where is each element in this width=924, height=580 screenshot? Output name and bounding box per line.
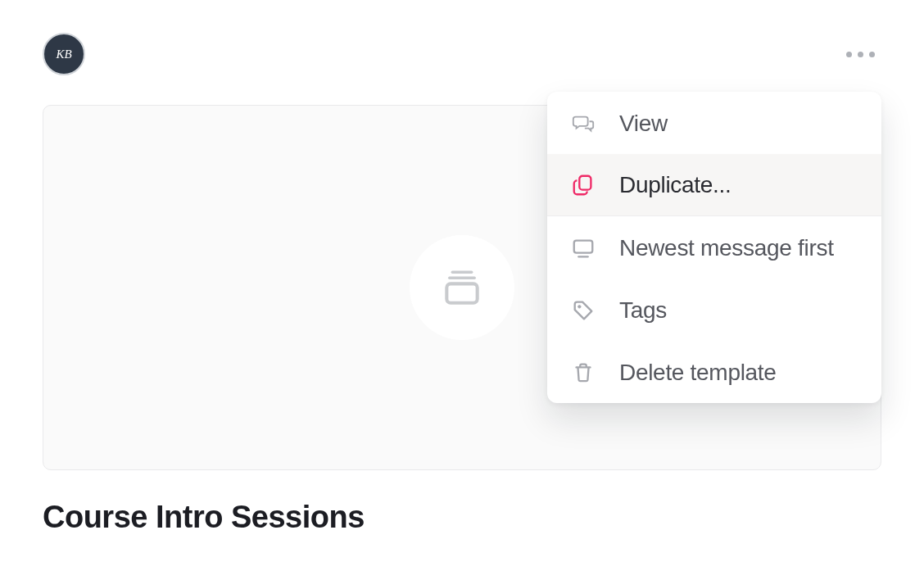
template-title: Course Intro Sessions: [43, 500, 365, 535]
svg-rect-3: [446, 283, 477, 302]
monitor-icon: [570, 235, 596, 261]
menu-item-label: Duplicate...: [619, 172, 731, 198]
menu-item-duplicate[interactable]: Duplicate...: [547, 154, 881, 216]
menu-item-label: Tags: [619, 297, 667, 324]
dot-icon: [858, 52, 863, 57]
copy-icon: [570, 172, 596, 198]
options-dropdown: View Duplicate... Newest message first T…: [547, 92, 881, 403]
menu-item-newest-first[interactable]: Newest message first: [547, 216, 881, 279]
stack-icon: [439, 265, 485, 310]
svg-point-7: [578, 305, 581, 307]
menu-item-label: View: [619, 111, 668, 137]
chat-icon: [570, 111, 596, 137]
menu-item-label: Delete template: [619, 360, 777, 386]
svg-text:KB: KB: [55, 48, 71, 61]
tag-icon: [570, 297, 596, 324]
menu-item-delete[interactable]: Delete template: [547, 341, 881, 403]
menu-item-tags[interactable]: Tags: [547, 279, 881, 341]
menu-item-label: Newest message first: [619, 235, 834, 261]
card-placeholder-circle: [410, 235, 514, 340]
svg-rect-4: [579, 176, 591, 190]
trash-icon: [570, 360, 596, 386]
avatar[interactable]: KB: [43, 33, 85, 75]
dot-icon: [869, 52, 875, 57]
svg-rect-5: [574, 240, 593, 252]
dot-icon: [846, 52, 852, 57]
more-options-button[interactable]: [840, 45, 881, 64]
menu-item-view[interactable]: View: [547, 92, 881, 154]
header: KB: [43, 33, 881, 75]
avatar-initials-icon: KB: [52, 42, 76, 66]
